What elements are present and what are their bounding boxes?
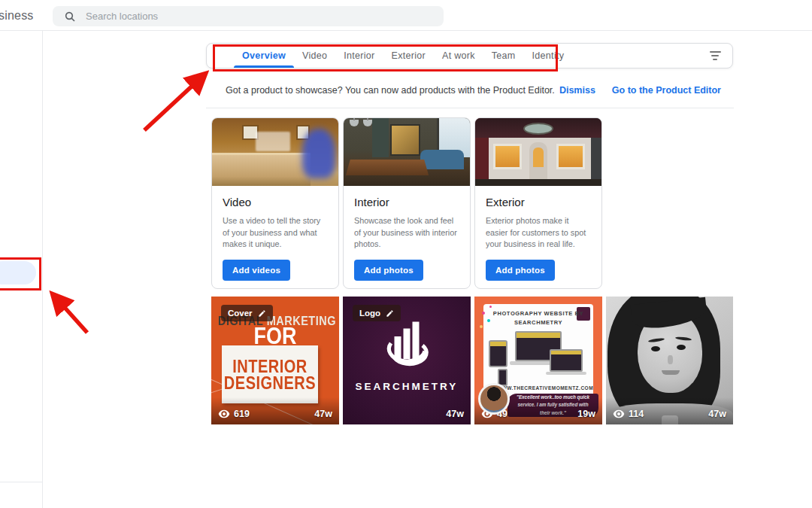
eye-icon: [218, 409, 230, 418]
go-to-product-editor-link[interactable]: Go to the Product Editor: [612, 85, 721, 96]
logo-edit-badge[interactable]: Logo: [353, 305, 401, 321]
pencil-icon: [258, 309, 266, 318]
dismiss-link[interactable]: Dismiss: [559, 85, 595, 96]
search-icon: [64, 11, 76, 23]
poster-panel: INTERIOR DESIGNERS: [222, 345, 318, 403]
photo-age: 47w: [708, 409, 726, 419]
card-title: Interior: [354, 196, 459, 208]
brand-text-partial: siness: [0, 9, 34, 23]
tab-identity[interactable]: Identity: [524, 44, 573, 68]
photo-age: 19w: [577, 409, 595, 419]
location-search-bar[interactable]: [53, 6, 444, 26]
card-title: Exterior: [486, 196, 591, 208]
suggestion-card-exterior: Exterior Exterior photos make it easier …: [474, 117, 602, 289]
eye-icon: [613, 409, 625, 418]
tab-interior[interactable]: Interior: [335, 44, 383, 68]
laptop-mockup-small: [550, 349, 583, 372]
banner-message: Got a product to showcase? You can now a…: [226, 85, 555, 96]
suggestion-card-video: Video Use a video to tell the story of y…: [211, 117, 339, 289]
card-description: Showcase the look and feel of your busin…: [354, 215, 459, 251]
add-videos-button[interactable]: Add videos: [223, 260, 290, 281]
logo-wordmark: SEARCHMETRY: [343, 381, 471, 392]
photo-age: 47w: [446, 409, 464, 419]
photo-tile-logo[interactable]: SEARCHMETRY Logo 47w: [343, 297, 471, 424]
add-photos-button[interactable]: Add photos: [486, 260, 555, 281]
tablet-mockup: [489, 340, 508, 367]
left-sidebar: [0, 31, 43, 508]
tab-exterior[interactable]: Exterior: [383, 44, 434, 68]
view-count: 619: [218, 409, 250, 419]
product-editor-banner: Got a product to showcase? You can now a…: [206, 80, 734, 101]
suggestion-card-interior: Interior Showcase the look and feel of y…: [343, 117, 471, 289]
photo-tile-portrait[interactable]: 114 47w: [606, 297, 733, 424]
avatar: [478, 383, 510, 415]
top-app-bar: siness: [0, 0, 812, 31]
pencil-icon: [386, 309, 394, 318]
cover-edit-badge[interactable]: Cover: [221, 305, 273, 321]
photo-tile-promo[interactable]: PHOTOGRAPHY WEBSITE BY SEARCHMETRY WWW.T…: [474, 297, 602, 424]
promo-title: PHOTOGRAPHY WEBSITE BY SEARCHMETRY: [474, 309, 602, 327]
exterior-card-image: [475, 118, 601, 186]
add-photos-button[interactable]: Add photos: [354, 260, 423, 281]
view-count: 114: [613, 409, 644, 419]
video-card-image: [212, 118, 338, 186]
tab-video[interactable]: Video: [294, 44, 335, 68]
promo-url: WWW.THECREATIVEMOMENTZ.COM: [497, 385, 584, 391]
banner-divider: [206, 108, 734, 108]
sidebar-divider: [0, 482, 42, 482]
photo-tile-cover[interactable]: DIGITAL MARKETING FOR INTERIOR DESIGNERS…: [211, 297, 339, 424]
search-input[interactable]: [86, 11, 386, 22]
card-description: Use a video to tell the story of your bu…: [223, 215, 328, 251]
photos-tab-bar: Overview Video Interior Exterior At work…: [206, 43, 733, 68]
sort-icon[interactable]: [708, 51, 722, 62]
card-description: Exterior photos make it easier for custo…: [486, 215, 591, 251]
tab-overview[interactable]: Overview: [234, 44, 294, 68]
interior-card-image: [344, 118, 470, 186]
photo-age: 47w: [314, 409, 332, 419]
sidebar-item-photos-selected[interactable]: [0, 261, 36, 284]
searchmetry-logo-graphic: [343, 312, 471, 379]
card-title: Video: [223, 196, 328, 208]
tab-team[interactable]: Team: [483, 44, 524, 68]
tab-at-work[interactable]: At work: [434, 44, 483, 68]
